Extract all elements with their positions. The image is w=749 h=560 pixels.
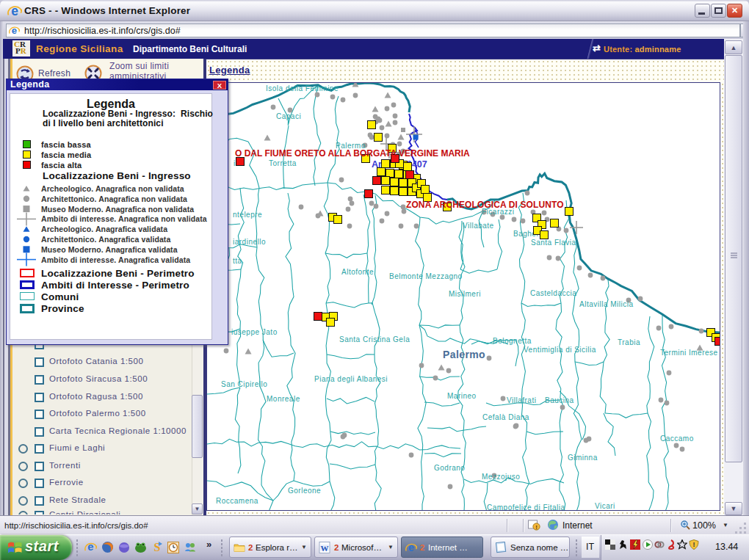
svg-text:Piana degli Albanesi: Piana degli Albanesi — [314, 375, 388, 383]
svg-text:Altavilla Milicia: Altavilla Milicia — [579, 300, 634, 308]
svg-text:San Cipirello: San Cipirello — [221, 380, 267, 388]
svg-text:Gorleone: Gorleone — [288, 487, 321, 495]
svg-text:iuseppe Jato: iuseppe Jato — [231, 328, 278, 336]
svg-text:Isola della Femmine: Isola della Femmine — [266, 84, 339, 92]
svg-text:ntelepre: ntelepre — [233, 211, 262, 219]
svg-text:Altofonte: Altofonte — [341, 268, 374, 276]
svg-text:Palermo: Palermo — [443, 349, 485, 360]
svg-text:e: e — [11, 4, 18, 18]
svg-text:Santa Cristina Gela: Santa Cristina Gela — [339, 335, 410, 343]
svg-text:e: e — [408, 542, 414, 553]
svg-text:Giminna: Giminna — [568, 454, 598, 462]
svg-text:Trabia: Trabia — [618, 338, 640, 346]
svg-text:e: e — [12, 25, 17, 36]
svg-text:Mezzojuso: Mezzojuso — [482, 473, 520, 481]
svg-text:!: ! — [693, 541, 695, 548]
svg-text:Campofelice di Fitalia: Campofelice di Fitalia — [487, 503, 565, 511]
svg-text:Roccamena: Roccamena — [216, 497, 258, 505]
svg-text:Torretta: Torretta — [269, 159, 297, 167]
svg-text:Monreale: Monreale — [267, 395, 300, 403]
svg-text:W: W — [321, 544, 329, 553]
svg-text:Bolognetta: Bolognetta — [493, 337, 532, 345]
svg-text:Ventimiglia di Sicilia: Ventimiglia di Sicilia — [524, 346, 596, 354]
svg-text:Godrano: Godrano — [434, 464, 465, 472]
svg-text:Santa Flavia: Santa Flavia — [531, 239, 576, 247]
svg-text:Cefalà Diana: Cefalà Diana — [482, 413, 529, 421]
svg-text:Casteldaccia: Casteldaccia — [530, 289, 576, 297]
svg-text:Termini Imerese: Termini Imerese — [660, 349, 718, 357]
svg-text:iardinello: iardinello — [233, 238, 266, 246]
svg-text:Belmonte Mezzagno: Belmonte Mezzagno — [389, 272, 463, 280]
svg-text:Caccamo: Caccamo — [660, 434, 694, 443]
svg-text:Vicari: Vicari — [595, 502, 615, 510]
svg-text:O DAL FIUME ORETO ALLA BORGATA: O DAL FIUME ORETO ALLA BORGATA VERGINE M… — [235, 148, 470, 159]
svg-text:ZONA ARCHEOLOGICA DI SOLUNTO: ZONA ARCHEOLOGICA DI SOLUNTO — [406, 200, 564, 210]
svg-text:!: ! — [535, 524, 538, 531]
svg-text:Villafrati: Villafrati — [507, 396, 536, 404]
svg-text:Capaci: Capaci — [276, 112, 301, 120]
svg-text:Marineo: Marineo — [447, 392, 477, 400]
svg-text:Baucina: Baucina — [545, 396, 574, 404]
svg-text:tta: tta — [233, 257, 242, 265]
svg-text:Villabate: Villabate — [463, 222, 494, 230]
svg-text:Misilmeri: Misilmeri — [449, 290, 481, 298]
